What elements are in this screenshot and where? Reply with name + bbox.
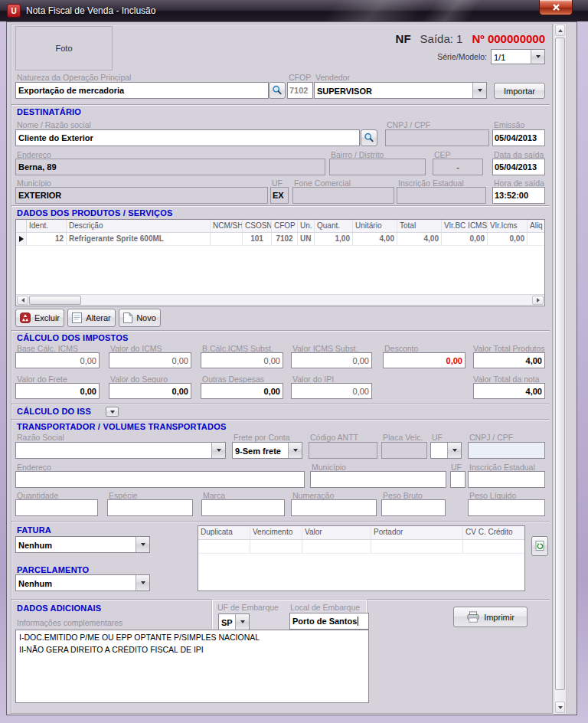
scroll-right-button[interactable] (532, 296, 544, 305)
col-header: Vlr.BC ICMS (442, 220, 488, 232)
vendedor-value: SUPERVISOR (315, 86, 472, 96)
municipio-input[interactable] (15, 187, 268, 204)
vendedor-label: Vendedor (315, 73, 350, 82)
close-button[interactable] (539, 0, 573, 15)
frete-por-conta-label: Frete por Conta (234, 433, 290, 442)
cell-ident: 12 (27, 233, 67, 245)
produtos-table[interactable]: Ident. Descrição NCM/SH CSOSN CFOP Un. Q… (15, 219, 545, 306)
scroll-left-button[interactable] (17, 296, 28, 305)
informacoes-textarea[interactable]: I-DOC.EMITIDO P/ME OU EPP OPTANTE P/SIMP… (15, 630, 369, 703)
transp-ie-input[interactable] (468, 471, 545, 488)
cnpj-cpf-input[interactable] (385, 129, 489, 146)
base-calc-icms-input[interactable] (15, 352, 100, 368)
natureza-search-button[interactable] (269, 82, 286, 99)
endereco-input[interactable] (15, 159, 325, 175)
scroll-down-button[interactable] (555, 702, 565, 713)
fone-comercial-input[interactable] (292, 187, 394, 204)
uf-embarque-label: UF de Embarque (217, 603, 279, 612)
natureza-operacao-input[interactable] (15, 82, 269, 99)
peso-bruto-input[interactable] (381, 499, 446, 516)
uf-veiculo-select[interactable] (430, 442, 462, 459)
alterar-button[interactable]: Alterar (67, 309, 116, 327)
peso-liquido-input[interactable] (468, 499, 545, 516)
quantidade-input[interactable] (15, 499, 98, 516)
transp-municipio-input[interactable] (310, 471, 446, 488)
importar-button[interactable]: Importar (494, 83, 545, 99)
iss-expand-button[interactable] (106, 407, 119, 417)
excluir-button[interactable]: Excluir (15, 309, 64, 327)
codigo-antt-input[interactable] (309, 442, 377, 459)
desconto-input[interactable] (383, 352, 466, 368)
col-header: Total (397, 220, 442, 232)
vendedor-select[interactable]: SUPERVISOR (314, 82, 487, 99)
duplicata-empty-row[interactable] (198, 540, 524, 554)
local-embarque-input[interactable]: Porto de Santos (289, 613, 369, 630)
transp-cnpj-input[interactable] (468, 442, 545, 459)
frete-por-conta-select[interactable]: 9-Sem frete (232, 442, 302, 459)
valor-seguro-input[interactable] (109, 383, 191, 399)
razao-social-dropdown-button[interactable] (211, 443, 225, 458)
codigo-antt-label: Código ANTT (310, 433, 358, 442)
cep-input[interactable] (433, 159, 483, 175)
parcelamento-select[interactable]: Nenhum (15, 574, 150, 591)
hora-saida-input[interactable] (492, 187, 545, 204)
section-divider (11, 404, 550, 404)
foto-box[interactable]: Foto (15, 26, 113, 70)
frete-dropdown-button[interactable] (288, 443, 302, 458)
inscricao-estadual-input[interactable] (397, 187, 486, 204)
emissao-label: Emissão (494, 120, 524, 129)
bairro-input[interactable] (329, 159, 426, 175)
col-header: Vlr.Icms (488, 220, 528, 232)
section-divider (11, 205, 550, 206)
fatura-select[interactable]: Nenhum (15, 536, 150, 553)
bcalc-icms-subst-input[interactable] (201, 352, 283, 368)
valor-total-nota-input[interactable] (473, 383, 545, 399)
imprimir-button[interactable]: Imprimir (453, 607, 528, 627)
recalcular-parcelas-button[interactable] (531, 536, 548, 556)
scroll-up-button[interactable] (555, 25, 565, 36)
transp-endereco-input[interactable] (15, 471, 305, 488)
parcelamento-dropdown-button[interactable] (136, 575, 149, 591)
scrollbar-thumb[interactable] (555, 38, 565, 690)
novo-button[interactable]: Novo (119, 309, 161, 327)
uf-embarque-dropdown-button[interactable] (235, 614, 249, 630)
data-saida-input[interactable] (492, 159, 545, 175)
duplicatas-table[interactable]: Duplicata Vencimento Valor Portador CV C… (198, 525, 525, 591)
vertical-scrollbar[interactable] (554, 23, 567, 715)
marca-input[interactable] (201, 499, 285, 516)
uf-dropdown-button[interactable] (447, 443, 461, 458)
foto-label: Foto (55, 44, 72, 53)
outras-despesas-input[interactable] (201, 383, 283, 399)
valor-total-produtos-input[interactable] (473, 352, 545, 368)
chevron-down-icon (217, 449, 221, 452)
cliente-search-button[interactable] (361, 129, 377, 146)
uf-input[interactable] (270, 187, 289, 204)
produto-row[interactable]: 12 Refrigerante Sprite 600ML 101 7102 UN… (16, 233, 544, 246)
especie-input[interactable] (107, 499, 193, 516)
scrollbar-thumb[interactable] (29, 296, 81, 305)
serie-modelo-select[interactable]: 1/1 (491, 49, 545, 64)
chevron-down-icon (452, 449, 457, 452)
valor-ipi-input[interactable] (291, 383, 372, 399)
cfop-input[interactable] (287, 82, 313, 99)
col-header: CSOSN (243, 220, 272, 232)
transp-uf-input[interactable] (450, 471, 466, 488)
valor-icms-input[interactable] (109, 352, 191, 368)
razao-social-select[interactable] (15, 442, 226, 459)
valor-frete-input[interactable] (15, 383, 100, 399)
numeracao-input[interactable] (291, 499, 377, 516)
placa-veiculo-input[interactable] (381, 442, 427, 459)
importar-label: Importar (504, 87, 535, 96)
informacoes-label: Informações complementares (17, 618, 122, 627)
fatura-dropdown-button[interactable] (136, 537, 149, 552)
local-embarque-value: Porto de Santos (292, 617, 357, 626)
uf-embarque-select[interactable]: SP (218, 613, 250, 630)
valor-icms-subst-input[interactable] (291, 352, 372, 368)
vendedor-dropdown-button[interactable] (472, 83, 486, 98)
placa-veiculo-label: Placa Veíc. (383, 433, 423, 442)
produtos-horizontal-scrollbar[interactable] (16, 294, 544, 306)
nome-input[interactable] (15, 129, 360, 146)
frete-por-conta-value: 9-Sem frete (233, 446, 288, 456)
emissao-input[interactable] (492, 129, 545, 146)
serie-modelo-dropdown-button[interactable] (531, 50, 544, 64)
